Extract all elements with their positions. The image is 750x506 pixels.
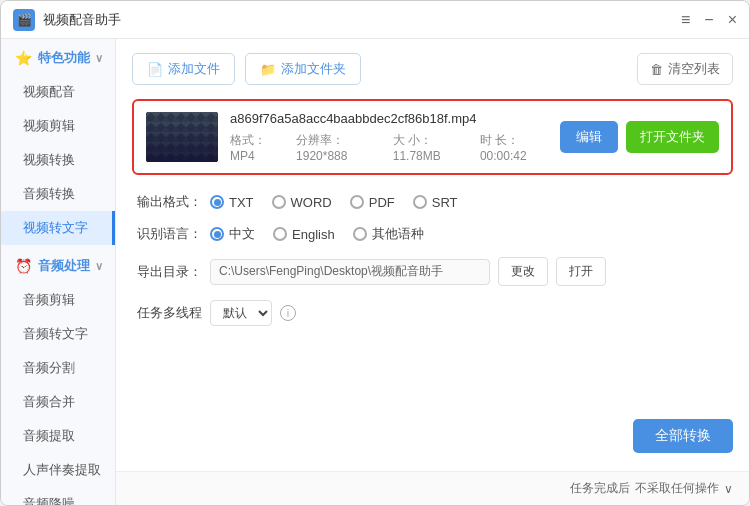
after-complete-label: 任务完成后: [570, 480, 630, 497]
file-info: a869f76a5a8acc4baabbdec2cf86b18f.mp4 格式：…: [230, 111, 548, 163]
star-icon: ⭐: [15, 50, 32, 66]
feature-group-arrow: ∨: [95, 52, 103, 65]
thumbnail-image: [146, 112, 218, 162]
sidebar-audio-section: ⏰ 音频处理 ∨ 音频剪辑 音频转文字 音频分割 音频合并 音频提取: [1, 247, 115, 505]
file-size: 大 小：11.78MB: [393, 132, 462, 163]
toolbar: 📄 添加文件 📁 添加文件夹 🗑 清空列表: [132, 53, 733, 85]
radio-chinese-circle: [210, 227, 224, 241]
format-word[interactable]: WORD: [272, 195, 332, 210]
lang-other-label: 其他语种: [372, 225, 424, 243]
trash-icon: 🗑: [650, 62, 663, 77]
file-duration: 时 长：00:00:42: [480, 132, 548, 163]
sidebar-item-audio-convert[interactable]: 音频转换: [1, 177, 115, 211]
radio-other-circle: [353, 227, 367, 241]
lang-other[interactable]: 其他语种: [353, 225, 424, 243]
minimize-btn[interactable]: −: [704, 12, 713, 28]
sidebar-feature-section: ⭐ 特色功能 ∨ 视频配音 视频剪辑 视频转换 音频转换 视频转文字: [1, 39, 115, 245]
format-pdf-label: PDF: [369, 195, 395, 210]
main-layout: ⭐ 特色功能 ∨ 视频配音 视频剪辑 视频转换 音频转换 视频转文字: [1, 39, 749, 505]
sidebar-item-audio-merge[interactable]: 音频合并: [1, 385, 115, 419]
lang-chinese-label: 中文: [229, 225, 255, 243]
sidebar-item-audio-extract[interactable]: 音频提取: [1, 419, 115, 453]
sidebar-item-voice-extract[interactable]: 人声伴奏提取: [1, 453, 115, 487]
lang-english[interactable]: English: [273, 227, 335, 242]
settings-panel: 输出格式： TXT WORD: [132, 193, 733, 457]
app-icon: 🎬: [13, 9, 35, 31]
info-icon[interactable]: i: [280, 305, 296, 321]
file-resolution: 分辨率：1920*888: [296, 132, 375, 163]
file-thumbnail: [146, 112, 218, 162]
format-srt[interactable]: SRT: [413, 195, 458, 210]
file-format: 格式：MP4: [230, 132, 278, 163]
format-txt[interactable]: TXT: [210, 195, 254, 210]
close-btn[interactable]: ×: [728, 12, 737, 28]
change-path-button[interactable]: 更改: [498, 257, 548, 286]
add-file-button[interactable]: 📄 添加文件: [132, 53, 235, 85]
format-word-label: WORD: [291, 195, 332, 210]
after-completed: 任务完成后 不采取任何操作 ∨: [570, 480, 733, 497]
format-txt-label: TXT: [229, 195, 254, 210]
open-path-button[interactable]: 打开: [556, 257, 606, 286]
file-name: a869f76a5a8acc4baabbdec2cf86b18f.mp4: [230, 111, 548, 126]
file-meta: 格式：MP4 分辨率：1920*888 大 小：11.78MB 时 长：00:0…: [230, 132, 548, 163]
clear-list-label: 清空列表: [668, 60, 720, 78]
format-srt-label: SRT: [432, 195, 458, 210]
radio-txt-circle: [210, 195, 224, 209]
app-window: 🎬 视频配音助手 ≡ − × ⭐ 特色功能 ∨ 视频配音 视频剪辑: [0, 0, 750, 506]
edit-button[interactable]: 编辑: [560, 121, 618, 153]
content-area: 📄 添加文件 📁 添加文件夹 🗑 清空列表: [116, 39, 749, 471]
no-action-label: 不采取任何操作: [635, 480, 719, 497]
radio-english-circle: [273, 227, 287, 241]
language-radio-group: 中文 English 其他语种: [210, 225, 424, 243]
sidebar-item-video-convert[interactable]: 视频转换: [1, 143, 115, 177]
add-file-icon: 📄: [147, 62, 163, 77]
thread-row: 任务多线程 默认 i: [132, 300, 733, 326]
language-label: 识别语言：: [132, 225, 202, 243]
clear-list-button[interactable]: 🗑 清空列表: [637, 53, 733, 85]
sidebar-item-audio-reduce[interactable]: 音频降噪: [1, 487, 115, 505]
content-wrapper: 📄 添加文件 📁 添加文件夹 🗑 清空列表: [116, 39, 749, 505]
lang-english-label: English: [292, 227, 335, 242]
bottom-bar: 任务完成后 不采取任何操作 ∨: [116, 471, 749, 505]
open-folder-button[interactable]: 打开文件夹: [626, 121, 719, 153]
action-arrow[interactable]: ∨: [724, 482, 733, 496]
menu-btn[interactable]: ≡: [681, 12, 690, 28]
audio-group-label: 音频处理: [38, 257, 90, 275]
sidebar-item-audio-to-text[interactable]: 音频转文字: [1, 317, 115, 351]
add-folder-label: 添加文件夹: [281, 60, 346, 78]
sidebar-item-audio-edit[interactable]: 音频剪辑: [1, 283, 115, 317]
sidebar: ⭐ 特色功能 ∨ 视频配音 视频剪辑 视频转换 音频转换 视频转文字: [1, 39, 116, 505]
sidebar-audio-group[interactable]: ⏰ 音频处理 ∨: [1, 247, 115, 283]
radio-pdf-circle: [350, 195, 364, 209]
window-controls: ≡ − ×: [681, 12, 737, 28]
file-item: a869f76a5a8acc4baabbdec2cf86b18f.mp4 格式：…: [132, 99, 733, 175]
audio-group-arrow: ∨: [95, 260, 103, 273]
output-path-input[interactable]: [210, 259, 490, 285]
radio-word-circle: [272, 195, 286, 209]
output-dir-row: 导出目录： 更改 打开: [132, 257, 733, 286]
add-folder-button[interactable]: 📁 添加文件夹: [245, 53, 361, 85]
sidebar-item-video-to-text[interactable]: 视频转文字: [1, 211, 115, 245]
thread-select[interactable]: 默认: [210, 300, 272, 326]
output-dir-label: 导出目录：: [132, 263, 202, 281]
language-row: 识别语言： 中文 English: [132, 225, 733, 243]
titlebar: 🎬 视频配音助手 ≡ − ×: [1, 1, 749, 39]
sidebar-item-video-dubbing[interactable]: 视频配音: [1, 75, 115, 109]
clock-icon: ⏰: [15, 258, 32, 274]
file-list: a869f76a5a8acc4baabbdec2cf86b18f.mp4 格式：…: [132, 99, 733, 175]
lang-chinese[interactable]: 中文: [210, 225, 255, 243]
app-title: 视频配音助手: [43, 11, 681, 29]
add-folder-icon: 📁: [260, 62, 276, 77]
radio-srt-circle: [413, 195, 427, 209]
format-radio-group: TXT WORD PDF: [210, 195, 458, 210]
sidebar-item-video-edit[interactable]: 视频剪辑: [1, 109, 115, 143]
format-pdf[interactable]: PDF: [350, 195, 395, 210]
add-file-label: 添加文件: [168, 60, 220, 78]
sidebar-feature-group[interactable]: ⭐ 特色功能 ∨: [1, 39, 115, 75]
output-format-label: 输出格式：: [132, 193, 202, 211]
convert-all-button[interactable]: 全部转换: [633, 419, 733, 453]
feature-group-label: 特色功能: [38, 49, 90, 67]
thread-label: 任务多线程: [132, 304, 202, 322]
sidebar-item-audio-split[interactable]: 音频分割: [1, 351, 115, 385]
file-actions: 编辑 打开文件夹: [560, 121, 719, 153]
